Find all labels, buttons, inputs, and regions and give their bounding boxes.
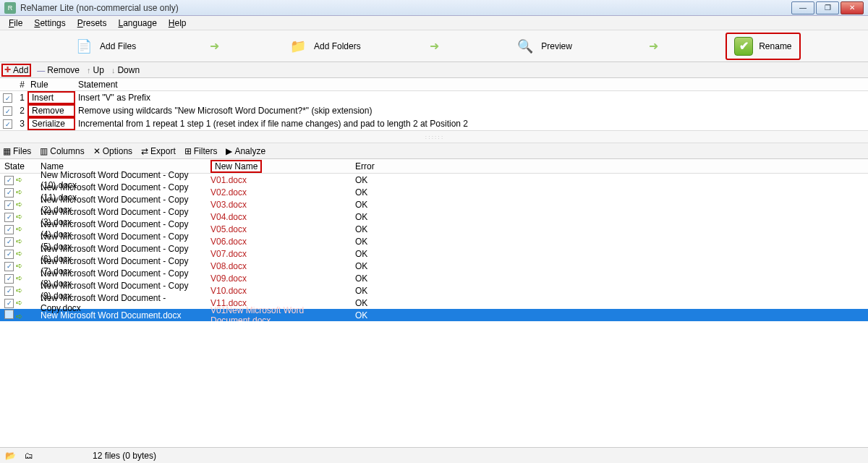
col-rule[interactable]: Rule [27, 80, 75, 90]
file-row[interactable]: ✓➪ New Microsoft Word Document - Copy.do… [0, 297, 868, 309]
state-arrow-icon: ➪ [16, 273, 22, 282]
magnifier-icon: 🔍 [515, 36, 535, 56]
rule-checkbox[interactable]: ✓ [3, 93, 12, 103]
file-name: New Microsoft Word Document.docx [36, 310, 206, 320]
file-new-name: V10.docx [206, 286, 351, 296]
rule-number: 1 [16, 93, 27, 103]
analyze-menu-button[interactable]: ▶ Analyze [226, 146, 265, 156]
remove-rule-button[interactable]: —Remove [37, 65, 80, 75]
filter-icon: ⊞ [184, 146, 192, 156]
file-new-name: V09.docx [206, 273, 351, 284]
export-icon: ⇄ [141, 146, 148, 156]
arrow-icon: ➜ [210, 39, 219, 53]
file-checkbox[interactable]: ✓ [4, 188, 14, 197]
col-statement[interactable]: Statement [75, 80, 868, 90]
main-toolbar: 📄 Add Files ➜ 📁 Add Folders ➜ 🔍 Preview … [0, 30, 868, 62]
file-row[interactable]: ➪ New Microsoft Word Document.docx V01Ne… [0, 309, 868, 321]
file-error: OK [351, 212, 387, 222]
rule-statement: Remove using wildcards "New Microsoft Wo… [75, 106, 868, 116]
file-error: OK [351, 249, 387, 259]
rule-row[interactable]: ✓ 3 Serialize Incremental from 1 repeat … [0, 117, 868, 130]
menu-file[interactable]: File [3, 17, 28, 30]
col-state[interactable]: State [0, 161, 36, 171]
app-icon: R [4, 2, 16, 14]
files-menu-button[interactable]: ▦ Files [3, 146, 31, 156]
file-error: OK [351, 286, 387, 296]
file-checkbox[interactable]: ✓ [4, 213, 14, 222]
up-label: Up [93, 65, 104, 75]
close-button[interactable]: ✕ [841, 1, 864, 14]
folder-plus-icon: 📁 [288, 36, 308, 56]
file-checkbox[interactable]: ✓ [4, 250, 14, 259]
preview-button[interactable]: 🔍 Preview [508, 33, 579, 59]
state-arrow-icon: ➪ [16, 298, 22, 307]
add-files-button[interactable]: 📄 Add Files [67, 33, 143, 59]
filters-menu-button[interactable]: ⊞ Filters [184, 146, 218, 156]
options-menu-button[interactable]: ✕ Options [93, 146, 132, 156]
down-label: Down [117, 65, 140, 75]
menubar: File Settings Presets Language Help [0, 16, 868, 30]
arrow-icon: ➜ [649, 39, 658, 53]
minimize-button[interactable]: — [791, 1, 814, 14]
rule-row[interactable]: ✓ 1 Insert Insert "V" as Prefix [0, 91, 868, 104]
file-error: OK [351, 261, 387, 271]
file-new-name: V05.docx [206, 224, 351, 234]
grid-add-icon: ▦ [3, 146, 11, 156]
file-error: OK [351, 298, 387, 308]
state-arrow-icon: ➪ [16, 249, 22, 258]
file-error: OK [351, 224, 387, 234]
add-rule-label: Add [13, 65, 28, 75]
menu-settings[interactable]: Settings [28, 17, 71, 30]
rule-number: 2 [16, 106, 27, 116]
file-checkbox[interactable]: ✓ [4, 200, 14, 210]
state-arrow-icon: ➪ [16, 175, 22, 184]
columns-menu-button[interactable]: ▥ Columns [40, 146, 84, 156]
file-checkbox[interactable]: ✓ [4, 262, 14, 271]
add-rule-button[interactable]: ✚Add [1, 64, 31, 77]
files-list: ✓➪ New Microsoft Word Document - Copy (1… [0, 174, 868, 321]
file-checkbox[interactable]: ✓ [4, 237, 14, 247]
file-error: OK [351, 187, 387, 197]
arrow-up-icon: ↑ [87, 66, 91, 75]
move-down-button[interactable]: ↓Down [111, 65, 140, 75]
document-plus-icon: 📄 [74, 36, 94, 56]
add-folders-label: Add Folders [314, 41, 361, 51]
state-arrow-icon: ➪ [16, 187, 22, 196]
file-checkbox[interactable]: ✓ [4, 225, 14, 234]
rule-checkbox[interactable]: ✓ [3, 119, 12, 129]
file-error: OK [351, 273, 387, 284]
plus-icon: ✚ [4, 65, 11, 75]
col-num[interactable]: # [16, 80, 27, 90]
file-error: OK [351, 310, 387, 320]
file-checkbox[interactable]: ✓ [4, 176, 14, 185]
rule-checkbox[interactable]: ✓ [3, 106, 12, 116]
file-checkbox[interactable]: ✓ [4, 299, 14, 308]
add-folders-button[interactable]: 📁 Add Folders [281, 33, 368, 59]
file-new-name: V01.docx [206, 175, 351, 185]
menu-language[interactable]: Language [112, 17, 162, 30]
col-new-name[interactable]: New Name [210, 160, 262, 173]
col-error[interactable]: Error [351, 161, 387, 171]
file-new-name: V08.docx [206, 261, 351, 271]
menu-help[interactable]: Help [163, 17, 192, 30]
columns-icon: ▥ [40, 146, 48, 156]
wrench-icon: ✕ [93, 146, 101, 156]
maximize-button[interactable]: ❐ [816, 1, 839, 14]
titlebar: R ReNamer Lite (non-commercial use only)… [0, 0, 868, 16]
file-new-name: V04.docx [206, 212, 351, 222]
splitter[interactable]: : : : : : : [0, 130, 868, 143]
file-checkbox[interactable] [4, 310, 14, 319]
arrow-down-icon: ↓ [111, 66, 116, 75]
move-up-button[interactable]: ↑Up [87, 65, 104, 75]
rule-row[interactable]: ✓ 2 Remove Remove using wildcards "New M… [0, 104, 868, 117]
file-new-name: V01New Microsoft Word Document.docx [206, 305, 351, 322]
menu-presets[interactable]: Presets [72, 17, 113, 30]
file-checkbox[interactable]: ✓ [4, 274, 14, 284]
file-checkbox[interactable]: ✓ [4, 286, 14, 296]
rules-toolbar: ✚Add —Remove ↑Up ↓Down [0, 62, 868, 78]
file-error: OK [351, 237, 387, 247]
check-icon: ✔ [734, 37, 753, 56]
rename-label: Rename [759, 41, 791, 51]
export-menu-button[interactable]: ⇄ Export [141, 146, 176, 156]
rename-button[interactable]: ✔ Rename [726, 33, 800, 60]
